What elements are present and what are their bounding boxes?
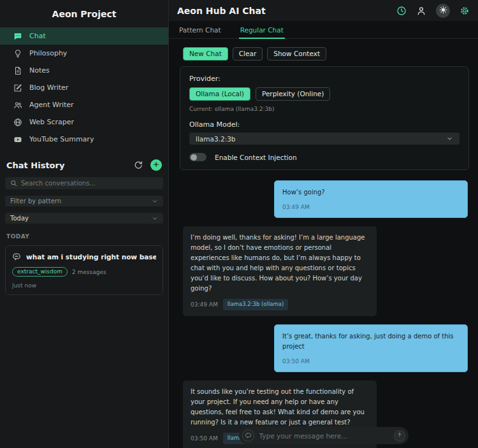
message-time: 03:50 AM [191, 434, 218, 443]
sidebar-item-label: Web Scraper [29, 118, 74, 126]
sidebar-item-label: Blog Writer [29, 83, 68, 92]
message-text: It’s great, thanks for asking, just doin… [282, 331, 460, 352]
message-input[interactable] [259, 432, 389, 440]
pattern-filter-value: Filter by pattern [10, 198, 61, 205]
search-input[interactable] [5, 177, 163, 189]
conversation-list-item[interactable]: what am i studying right now based on my… [5, 245, 163, 295]
youtube-icon [13, 135, 22, 144]
sidebar-item-notes[interactable]: Notes [0, 62, 168, 79]
sidebar-item-web-scraper[interactable]: Web Scraper [0, 113, 168, 131]
message-text: How’s going? [282, 187, 460, 198]
context-injection-label: Enable Context Injection [215, 154, 297, 161]
provider-label: Provider: [189, 75, 460, 83]
clear-button[interactable]: Clear [233, 47, 263, 61]
message-time: 03:49 AM [191, 300, 218, 309]
tab-pattern-chat[interactable]: Pattern Chat [178, 21, 222, 38]
new-conversation-button[interactable] [150, 159, 162, 171]
provider-perplexity-button[interactable]: Perplexity (Online) [256, 87, 330, 101]
message-list: How’s going? 03:49 AM I’m doing well, th… [183, 180, 468, 448]
sidebar-nav: Chat Philosophy Notes Blog Writer [0, 27, 168, 148]
model-select[interactable]: llama3.2:3b [189, 133, 460, 145]
chevron-down-icon [152, 198, 158, 205]
chat-icon [13, 32, 22, 41]
chevron-down-icon [446, 135, 453, 142]
sidebar-item-label: Philosophy [29, 49, 67, 57]
app-window: Aeon Project Chat Philosophy Notes [0, 0, 478, 448]
message-count: 2 messages [72, 269, 106, 275]
sidebar-item-label: YouTube Summary [29, 135, 94, 143]
message-text: It sounds like you’re testing out the fu… [191, 387, 369, 428]
conversation-title: what am i studying right now based on my… [26, 253, 156, 261]
model-badge: llama3.2:3b (ollama) [223, 299, 289, 310]
message-time: 03:50 AM [282, 357, 460, 366]
message-composer [239, 427, 409, 444]
user-profile-icon[interactable] [416, 6, 426, 16]
sidebar-item-chat[interactable]: Chat [0, 27, 168, 45]
history-group-label: TODAY [6, 233, 162, 240]
send-button[interactable] [394, 430, 405, 442]
app-title: Aeon Project [0, 4, 168, 27]
comment-icon [12, 252, 21, 261]
main-header: Aeon Hub AI Chat [169, 0, 478, 21]
chevron-down-icon [152, 215, 158, 222]
pattern-filter-select[interactable]: Filter by pattern [5, 196, 163, 206]
sidebar-item-youtube-summary[interactable]: YouTube Summary [0, 131, 168, 148]
search-icon [10, 180, 17, 187]
sun-icon [439, 6, 447, 16]
theme-toggle-button[interactable] [436, 4, 450, 18]
conversation-time: Just now [12, 282, 156, 289]
message-text: I’m doing well, thanks for asking! I’m a… [191, 233, 369, 294]
provider-ollama-button[interactable]: Ollama (Local) [189, 87, 250, 101]
lightbulb-icon [13, 49, 22, 58]
context-injection-toggle[interactable] [189, 153, 206, 161]
user-message: How’s going? 03:49 AM [274, 180, 468, 218]
pattern-badge: extract_wisdom [12, 267, 68, 277]
sidebar: Aeon Project Chat Philosophy Notes [0, 0, 169, 448]
main-panel: Aeon Hub AI Chat Pattern Chat [169, 0, 478, 448]
message-time: 03:49 AM [282, 203, 460, 212]
sidebar-item-label: Chat [29, 32, 46, 40]
new-chat-button[interactable]: New Chat [183, 47, 228, 61]
chat-mode-tabs: Pattern Chat Regular Chat [169, 21, 478, 39]
model-select-value: llama3.2:3b [196, 135, 236, 143]
history-clock-icon[interactable] [396, 6, 407, 16]
sidebar-item-blog-writer[interactable]: Blog Writer [0, 79, 168, 96]
page-title: Aeon Hub AI Chat [177, 6, 396, 16]
sidebar-item-label: Agent Writer [29, 101, 74, 109]
provider-panel: Provider: Ollama (Local) Perplexity (Onl… [180, 66, 469, 170]
show-context-button[interactable]: Show Context [267, 47, 326, 61]
model-label: Ollama Model: [189, 120, 460, 129]
sidebar-item-label: Notes [29, 66, 50, 75]
sidebar-item-agent-writer[interactable]: Agent Writer [0, 96, 168, 113]
chat-bubble-icon [242, 430, 254, 442]
toggle-knob [191, 154, 197, 161]
plus-icon [153, 161, 159, 170]
notes-icon [13, 66, 22, 75]
globe-icon [13, 118, 22, 127]
chat-history-section: Chat History Filter by pattern [0, 159, 168, 295]
chat-actions: New Chat Clear Show Context [183, 47, 470, 61]
edit-icon [13, 83, 22, 92]
user-message: It’s great, thanks for asking, just doin… [274, 324, 468, 372]
tab-regular-chat[interactable]: Regular Chat [239, 21, 285, 38]
chat-history-title: Chat History [6, 161, 133, 170]
users-icon [13, 101, 22, 110]
date-filter-value: Today [10, 215, 29, 222]
arrow-up-icon [396, 431, 403, 440]
assistant-message: I’m doing well, thanks for asking! I’m a… [183, 226, 377, 316]
date-filter-select[interactable]: Today [5, 213, 163, 224]
settings-gear-icon[interactable] [460, 6, 470, 16]
current-provider-text: Current: ollama (llama3.2:3b) [189, 106, 460, 112]
sidebar-item-philosophy[interactable]: Philosophy [0, 45, 168, 62]
refresh-icon[interactable] [133, 160, 143, 170]
chat-content: New Chat Clear Show Context Provider: Ol… [169, 39, 478, 448]
